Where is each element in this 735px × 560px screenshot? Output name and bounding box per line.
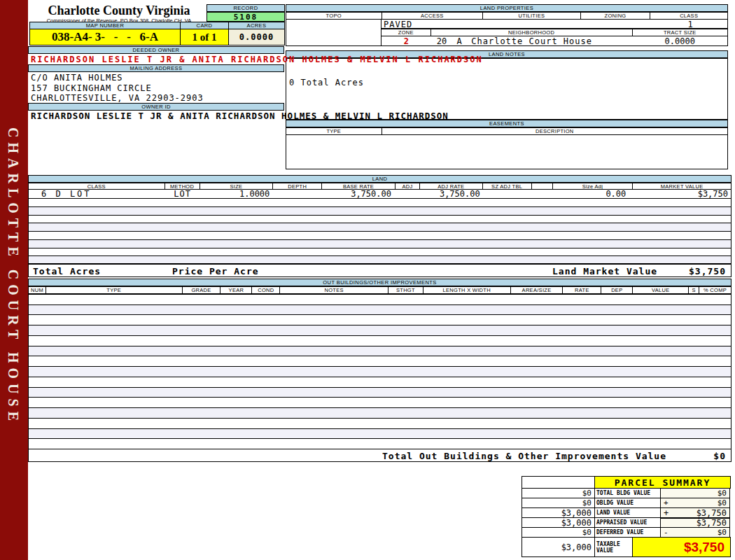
price-per-acre-label: Price Per Acre xyxy=(172,266,259,276)
summary-row-obldg: $0 OBLDG VALUE + $0 xyxy=(522,498,732,508)
land-col-adj-rate: ADJ RATE xyxy=(420,183,483,189)
prior-land-value: $3,000 xyxy=(522,507,595,518)
summary-row-land: $3,000 LAND VALUE + $3,750 xyxy=(522,507,732,518)
land-cell-class: 6 D LOT xyxy=(29,190,165,198)
mailing-address-label: MAILING ADDRESS xyxy=(28,64,284,72)
value-total-bldg: $0 xyxy=(660,488,730,498)
prior-total-bldg-value: $0 xyxy=(522,488,595,498)
deeded-owner-label: DEEDED OWNER xyxy=(28,46,284,54)
out-buildings-empty-rows xyxy=(28,294,732,449)
map-number-value: 038-A4- 3- - - 6-A xyxy=(29,29,181,46)
summary-row-appraised: $3,000 APPRAISED VALUE $3,750 xyxy=(522,517,732,528)
land-cell-base-rate: 3,750.00 xyxy=(322,190,396,198)
summary-row-taxable: $3,000 TAXABLE VALUE $3,750 xyxy=(522,537,732,557)
prior-obldg-value: $0 xyxy=(522,498,595,508)
land-cell-depth xyxy=(273,190,322,198)
taxable-value: $3,750 xyxy=(632,537,731,557)
sidebar-vertical-title: CHARLOTTE COURT HOUSE xyxy=(5,127,21,426)
neighborhood-value: Charlotte Court House xyxy=(431,36,633,46)
land-col-sz-adj-tbl: SZ ADJ TBL xyxy=(483,183,532,189)
ob-col-num: NUM xyxy=(29,287,46,293)
land-cell-blank xyxy=(532,190,553,198)
total-acres-label: Total Acres xyxy=(33,266,101,276)
out-buildings-total-label: Total Out Buildings & Other Improvements… xyxy=(382,451,666,461)
land-properties-header-row: TOPO ACCESS UTILITIES ZONING CLASS xyxy=(286,12,728,20)
land-col-adj: ADJ xyxy=(396,183,420,189)
land-cell-size-adj: 0.00 xyxy=(553,190,634,198)
ob-col-pct-comp: % COMP xyxy=(699,287,731,293)
parcel-summary-title: PARCEL SUMMARY xyxy=(594,476,731,489)
ob-col-type: TYPE xyxy=(46,287,183,293)
ob-col-value: VALUE xyxy=(633,287,689,293)
land-col-method: METHOD xyxy=(165,183,200,189)
op: + xyxy=(664,508,668,518)
land-col-class: CLASS xyxy=(29,183,165,189)
val: $0 xyxy=(718,489,727,498)
record-label: RECORD xyxy=(206,4,285,12)
land-col-depth: DEPTH xyxy=(273,183,322,189)
land-empty-rows xyxy=(28,198,732,264)
land-data-row: 6 D LOT LOT 1.0000 3,750.00 3,750.00 0.0… xyxy=(28,190,732,198)
zone-value: 2 xyxy=(382,36,431,46)
summary-row-total-bldg: $0 TOTAL BLDG VALUE $0 xyxy=(522,488,732,498)
value-land: + $3,750 xyxy=(660,507,730,518)
label-appraised-value: APPRAISED VALUE xyxy=(594,517,661,528)
tract-size-label: TRACT SIZE xyxy=(633,29,727,36)
record-value: 5108 xyxy=(206,12,285,22)
acres-value: 0.0000 xyxy=(228,29,285,46)
land-totals-row: Total Acres Price Per Acre Land Market V… xyxy=(28,264,732,277)
ob-col-dep: DEP xyxy=(601,287,633,293)
land-cell-method: LOT xyxy=(165,190,200,198)
val: $3,750 xyxy=(696,508,727,518)
ob-col-sthgt: STHGT xyxy=(388,287,424,293)
col-zoning: ZONING xyxy=(581,13,651,19)
deeded-owner-value: RICHARDSON LESLIE T JR & ANITA RICHARDSO… xyxy=(31,55,483,64)
taxable-label-line1: TAXABLE xyxy=(596,541,620,547)
owner-id-value: RICHARDSON LESLIE T JR & ANITA RICHARDSO… xyxy=(31,111,449,121)
out-buildings-total-value: $0 xyxy=(713,451,726,461)
card-value: 1 of 1 xyxy=(180,29,229,46)
property-record-card: CHARLOTTE COURT HOUSE Charlotte County V… xyxy=(0,0,735,560)
prior-taxable-value: $3,000 xyxy=(522,537,595,557)
op: + xyxy=(664,498,668,507)
zone-value-row: 2 20 A Charlotte Court House 0.0000 xyxy=(381,36,728,46)
val: $0 xyxy=(718,498,727,507)
ob-col-rate: RATE xyxy=(563,287,601,293)
easement-description-label: DESCRIPTION xyxy=(382,128,727,134)
class-value: 1 xyxy=(652,20,729,29)
easement-type-label: TYPE xyxy=(286,128,382,134)
land-market-value-label: Land Market Value xyxy=(552,266,657,276)
val: $0 xyxy=(718,528,727,537)
label-deferred-value: DEFERRED VALUE xyxy=(594,527,661,538)
land-cell-adj-rate: 3,750.00 xyxy=(420,190,483,198)
label-obldg-value: OBLDG VALUE xyxy=(594,498,661,508)
land-col-base-rate: BASE RATE xyxy=(322,183,396,189)
prior-appraised-value: $3,000 xyxy=(522,517,595,528)
sidebar-band: CHARLOTTE COURT HOUSE xyxy=(0,0,28,560)
land-col-size-adj: Size Adj xyxy=(553,183,634,189)
ob-col-notes: NOTES xyxy=(280,287,388,293)
mailing-address-line: 157 BUCKINGHAM CIRCLE xyxy=(31,83,204,94)
ob-col-length-width: LENGTH X WIDTH xyxy=(424,287,511,293)
op: - xyxy=(664,528,668,537)
land-properties-title: LAND PROPERTIES xyxy=(286,4,728,12)
zone-header-row: ZONE NEIGHBORHOOD TRACT SIZE xyxy=(381,29,728,36)
taxable-label-line2: VALUE xyxy=(596,547,620,554)
out-buildings-total-row: Total Out Buildings & Other Improvements… xyxy=(28,449,732,462)
land-notes-text: 0 Total Acres xyxy=(289,78,364,88)
neighborhood-label: NEIGHBORHOOD xyxy=(431,29,633,36)
mailing-address-line: CHARLOTTESVILLE, VA 22903-2903 xyxy=(31,93,204,104)
label-total-bldg-value: TOTAL BLDG VALUE xyxy=(594,488,661,498)
land-market-value: $3,750 xyxy=(689,266,726,276)
col-class: CLASS xyxy=(650,13,727,19)
ob-col-year: YEAR xyxy=(220,287,252,293)
easements-empty-box xyxy=(286,134,728,169)
access-value: PAVED xyxy=(384,20,412,29)
parcel-summary: PARCEL SUMMARY $0 TOTAL BLDG VALUE $0 $0… xyxy=(522,476,732,557)
topo-value-box xyxy=(286,20,382,46)
label-taxable-value: TAXABLE VALUE xyxy=(594,537,633,557)
value-deferred: - $0 xyxy=(660,527,730,538)
mailing-address-line: C/O ANITA HOLMES xyxy=(31,73,204,83)
ob-col-grade: GRADE xyxy=(183,287,221,293)
out-buildings-title: OUT BUILDINGS/OTHER IMPROVEMENTS xyxy=(28,279,732,286)
